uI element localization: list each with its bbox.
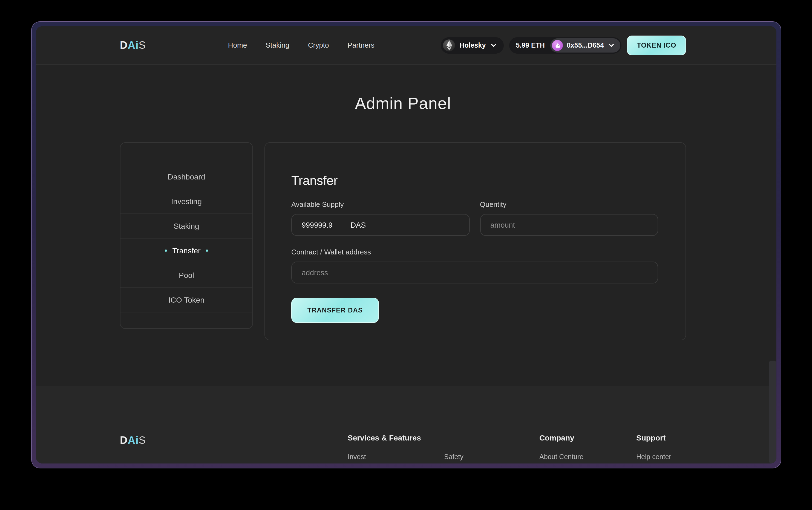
footer-links: Invest Safety — [348, 453, 539, 461]
sidebar-item-label: Dashboard — [168, 172, 205, 181]
brand-logo[interactable]: DAiS — [120, 39, 146, 51]
wallet-balance: 5.99 ETH — [516, 41, 545, 49]
app-content: DAiS Home Staking Crypto Partners — [36, 26, 776, 463]
sidebar-item-label: Investing — [171, 197, 202, 206]
transfer-panel: Transfer Available Supply Quentity 99999… — [264, 142, 686, 340]
sidebar-item-ico-token[interactable]: ICO Token — [120, 288, 253, 312]
page-title: Admin Panel — [120, 94, 686, 113]
quantity-label: Quentity — [480, 200, 658, 209]
footer-column-support: Support Help center — [636, 433, 671, 461]
sidebar-item-label: Staking — [174, 221, 199, 230]
network-name: Holesky — [459, 41, 486, 49]
unicorn-avatar — [552, 40, 563, 51]
sidebar-item-label: ICO Token — [168, 296, 204, 304]
footer-column-title: Company — [539, 433, 636, 442]
footer-links: About Centure — [539, 453, 636, 461]
address-input[interactable] — [291, 262, 658, 283]
ethereum-icon — [443, 39, 455, 51]
sidebar-item-dashboard[interactable]: Dashboard — [120, 165, 253, 189]
address-label: Contract / Wallet address — [291, 248, 658, 256]
logo-letter-d: D — [120, 434, 127, 446]
sidebar-item-staking[interactable]: Staking — [120, 214, 253, 239]
wallet-address: 0x55...D654 — [567, 41, 604, 49]
footer-column-title: Services & Features — [348, 433, 539, 442]
footer-link-help-center[interactable]: Help center — [636, 453, 671, 461]
transfer-das-button[interactable]: TRANSFER DAS — [291, 298, 379, 323]
logo-letter-s: S — [139, 434, 146, 446]
nav-item-home[interactable]: Home — [228, 41, 247, 49]
token-ico-button[interactable]: TOKEN ICO — [627, 35, 686, 55]
footer-column-title: Support — [636, 433, 671, 442]
logo-letters-ai: Ai — [127, 39, 139, 51]
network-selector[interactable]: Holesky — [441, 37, 504, 53]
main-nav: Home Staking Crypto Partners — [228, 41, 375, 49]
available-supply-field[interactable]: 999999.9 DAS — [291, 214, 469, 236]
nav-item-staking[interactable]: Staking — [266, 41, 289, 49]
nav-item-partners[interactable]: Partners — [348, 41, 375, 49]
footer-link-safety[interactable]: Safety — [444, 453, 463, 461]
sidebar-item-transfer[interactable]: Transfer — [120, 239, 253, 263]
footer-brand-logo[interactable]: DAiS — [120, 434, 348, 447]
admin-sidebar: Dashboard Investing Staking Transfer — [120, 142, 253, 329]
footer-link-invest[interactable]: Invest — [348, 453, 444, 461]
screen-background: DAiS Home Staking Crypto Partners — [0, 0, 812, 510]
nav-item-crypto[interactable]: Crypto — [308, 41, 329, 49]
wallet-address-pill[interactable]: 0x55...D654 — [550, 38, 620, 52]
field-labels-row: Available Supply Quentity — [291, 200, 658, 209]
scrollbar-thumb[interactable] — [769, 361, 776, 463]
logo-letters-ai: Ai — [127, 434, 139, 446]
quantity-input[interactable] — [480, 214, 658, 236]
app-window: DAiS Home Staking Crypto Partners — [31, 21, 781, 469]
sidebar-item-label: Pool — [179, 271, 194, 280]
available-supply-unit: DAS — [351, 221, 366, 229]
footer-column-company: Company About Centure — [539, 433, 636, 461]
chevron-down-icon — [490, 41, 497, 49]
available-supply-label: Available Supply — [291, 200, 469, 209]
sidebar-item-pool[interactable]: Pool — [120, 263, 253, 288]
footer-link-about-centure[interactable]: About Centure — [539, 453, 583, 461]
wallet-widget[interactable]: 5.99 ETH 0x55...D654 — [509, 37, 621, 53]
admin-layout-row: Dashboard Investing Staking Transfer — [120, 142, 686, 340]
sidebar-item-label: Transfer — [172, 246, 200, 255]
transfer-heading: Transfer — [291, 174, 658, 188]
footer-logo-wrap: DAiS — [120, 434, 348, 447]
sidebar-item-investing[interactable]: Investing — [120, 189, 253, 214]
footer-column-services: Services & Features Invest Safety — [348, 433, 539, 461]
logo-letter-s: S — [139, 39, 146, 51]
header-right-cluster: Holesky 5.99 ETH — [441, 35, 686, 55]
top-navigation-bar: DAiS Home Staking Crypto Partners — [36, 26, 776, 65]
footer: DAiS Services & Features Invest Safety C… — [36, 386, 776, 463]
footer-links: Help center — [636, 453, 671, 461]
active-dot-icon — [206, 249, 208, 252]
main-content: Admin Panel Dashboard Investing Staking — [36, 65, 776, 386]
chevron-down-icon — [608, 41, 615, 49]
available-supply-value: 999999.9 — [302, 221, 332, 229]
address-input-wrap — [291, 262, 658, 283]
field-inputs-row: 999999.9 DAS — [291, 214, 658, 236]
logo-letter-d: D — [120, 39, 127, 51]
active-dot-icon — [165, 249, 167, 252]
